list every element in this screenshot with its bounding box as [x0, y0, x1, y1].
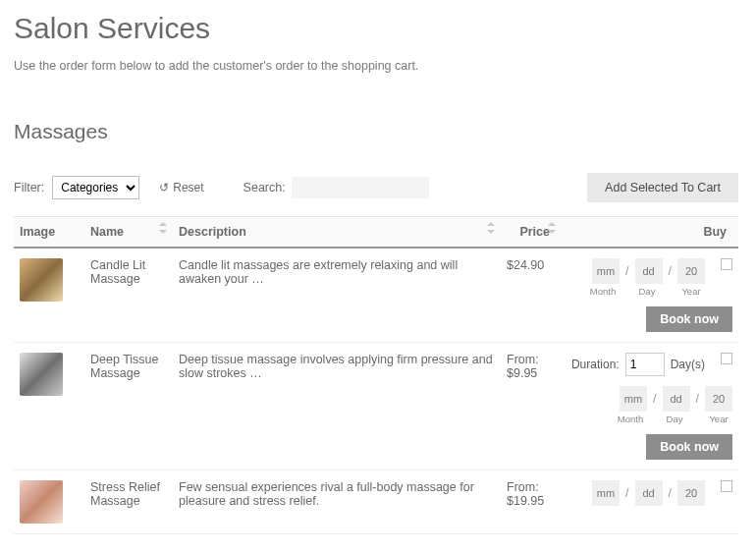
table-row: Candle Lit Massage Candle lit massages a… [14, 248, 738, 343]
select-checkbox[interactable] [721, 258, 732, 270]
table-row: Stress Relief Massage Few sensual experi… [14, 470, 738, 534]
product-thumbnail[interactable] [20, 258, 63, 302]
product-price: From: $19.95 [501, 470, 562, 534]
day-input[interactable] [635, 480, 663, 506]
year-input[interactable] [677, 480, 705, 506]
product-description: Few sensual experiences rival a full-bod… [173, 470, 501, 534]
col-header-buy: Buy [562, 217, 738, 249]
search-label: Search: [243, 181, 286, 194]
filter-toolbar: Filter: Categories ↺ Reset Search: Add S… [14, 173, 738, 202]
year-input[interactable] [677, 258, 705, 284]
year-label: Year [705, 414, 732, 424]
year-label: Year [677, 286, 705, 297]
col-header-price[interactable]: Price [501, 217, 562, 249]
col-header-name[interactable]: Name [84, 217, 173, 249]
product-name: Candle Lit Massage [84, 248, 173, 343]
product-name: Stress Relief Massage [84, 470, 173, 534]
product-description: Deep tissue massage involves applying fi… [173, 343, 501, 470]
day-label: Day [661, 414, 688, 424]
search-input[interactable] [292, 177, 429, 198]
add-selected-to-cart-button[interactable]: Add Selected To Cart [587, 173, 738, 202]
day-input[interactable] [635, 258, 663, 284]
col-header-image: Image [14, 217, 84, 249]
month-input[interactable] [592, 258, 620, 284]
booking-date-picker: / / [592, 480, 705, 506]
page-subtitle: Use the order form below to add the cust… [14, 59, 738, 73]
product-price: From: $9.95 [501, 343, 562, 470]
duration-unit: Day(s) [671, 358, 705, 371]
month-input[interactable] [620, 386, 647, 412]
col-header-description[interactable]: Description [173, 217, 501, 249]
page-title: Salon Services [14, 12, 738, 45]
booking-date-picker: / / [592, 258, 705, 284]
table-row: Deep Tissue Massage Deep tissue massage … [14, 343, 738, 470]
select-checkbox[interactable] [721, 353, 732, 364]
section-heading: Massages [14, 120, 738, 143]
product-name: Deep Tissue Massage [84, 343, 173, 470]
reset-icon: ↺ [159, 181, 169, 194]
select-checkbox[interactable] [721, 480, 732, 492]
duration-label: Duration: [571, 358, 620, 371]
product-description: Candle lit massages are extremely relaxi… [173, 248, 501, 343]
day-label: Day [633, 286, 661, 297]
product-thumbnail[interactable] [20, 480, 63, 524]
month-input[interactable] [592, 480, 620, 506]
reset-button[interactable]: ↺ Reset [159, 181, 203, 194]
categories-select[interactable]: Categories [52, 176, 139, 199]
day-input[interactable] [663, 386, 690, 412]
services-table: Image Name Description Price Buy Candle … [14, 216, 738, 534]
month-label: Month [617, 414, 644, 424]
booking-date-picker: / / [620, 386, 732, 412]
book-now-button[interactable]: Book now [646, 306, 732, 332]
month-label: Month [589, 286, 617, 297]
book-now-button[interactable]: Book now [646, 434, 732, 460]
product-thumbnail[interactable] [20, 353, 63, 396]
filter-label: Filter: [14, 181, 44, 194]
year-input[interactable] [705, 386, 732, 412]
product-price: $24.90 [501, 248, 562, 343]
duration-input[interactable] [625, 353, 665, 376]
